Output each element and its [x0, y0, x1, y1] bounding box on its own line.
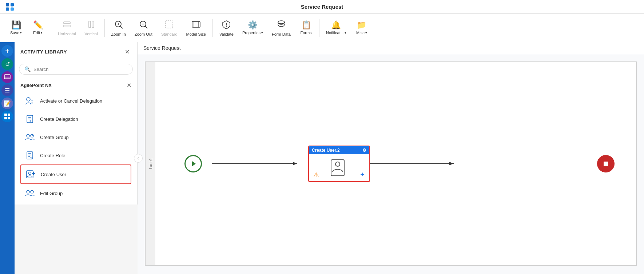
activity-node-header: Create User.2 ⚙: [309, 146, 369, 154]
edit-group-label: Edit Group: [40, 191, 63, 196]
activity-item-create-delegation[interactable]: Create Delegation: [20, 110, 131, 128]
toolbar-divider-4: [319, 19, 319, 37]
create-group-icon: [24, 131, 36, 143]
save-label: Save▾: [10, 31, 22, 35]
notifications-button[interactable]: 🔔 Notificat...▾: [322, 16, 350, 40]
lane-container: Lane1: [145, 61, 637, 266]
edit-label: Edit▾: [33, 31, 43, 35]
activity-item-create-group[interactable]: Create Group: [20, 128, 131, 146]
model-size-icon: [191, 20, 201, 31]
svg-rect-23: [8, 114, 10, 116]
zoom-in-button[interactable]: Zoom In: [108, 16, 130, 40]
section-close-button[interactable]: ✕: [127, 82, 131, 89]
sidebar-users-button[interactable]: [1, 71, 13, 83]
flow-end-event[interactable]: [597, 155, 615, 172]
sidebar-notes-button[interactable]: 📝: [1, 98, 13, 109]
create-role-label: Create Role: [40, 153, 65, 158]
form-data-button[interactable]: Form Data: [268, 16, 294, 40]
page-title: Service Request: [301, 4, 343, 10]
section-title: AgilePoint NX: [20, 83, 52, 88]
create-delegation-icon: [24, 113, 36, 125]
sidebar-refresh-button[interactable]: ↺: [1, 58, 13, 70]
zoom-out-button[interactable]: Zoom Out: [131, 16, 156, 40]
node-plus-icon: +: [360, 171, 364, 178]
activity-item-create-role[interactable]: Create Role: [20, 146, 131, 164]
canvas-area[interactable]: Service Request Lane1: [138, 42, 644, 274]
toolbar-divider-2: [104, 19, 105, 37]
flow-start-event[interactable]: [184, 155, 202, 172]
zoom-in-icon: [114, 20, 123, 31]
svg-point-50: [335, 162, 340, 166]
svg-rect-52: [604, 162, 608, 166]
model-size-button[interactable]: Model Size: [183, 16, 210, 40]
forms-button[interactable]: 📋 Forms: [296, 16, 316, 40]
activity-item-create-user[interactable]: Create User: [20, 164, 131, 184]
svg-marker-48: [192, 161, 196, 166]
section-header: AgilePoint NX ✕: [20, 82, 131, 89]
horizontal-label: Horizontal: [58, 32, 76, 36]
toolbar-divider-1: [51, 19, 51, 37]
svg-point-27: [32, 100, 33, 102]
activity-item-edit-group[interactable]: Edit Group: [20, 184, 131, 202]
app-icon: [6, 3, 14, 11]
sidebar-add-button[interactable]: +: [1, 45, 13, 57]
save-button[interactable]: 💾 Save▾: [6, 16, 26, 40]
search-input[interactable]: [33, 67, 127, 72]
activity-node-create-user[interactable]: Create User.2 ⚙: [308, 146, 370, 182]
activity-panel-close-button[interactable]: ✕: [123, 47, 131, 56]
activity-node-gear-icon[interactable]: ⚙: [362, 148, 366, 153]
properties-button[interactable]: ⚙️ Properties▾: [239, 16, 267, 40]
svg-rect-22: [4, 114, 7, 116]
create-group-label: Create Group: [40, 135, 69, 140]
create-user-icon: [25, 168, 36, 180]
forms-icon: 📋: [301, 21, 311, 29]
edit-group-icon: [24, 187, 36, 199]
activate-cancel-delegation-icon: [24, 95, 36, 107]
svg-point-44: [31, 190, 33, 193]
edit-icon: ✏️: [33, 21, 43, 29]
svg-rect-2: [89, 21, 91, 28]
toolbar: 💾 Save▾ ✏️ Edit▾ Horizontal Vertical: [0, 14, 644, 42]
search-icon: 🔍: [24, 66, 31, 72]
zoom-out-label: Zoom Out: [135, 32, 152, 36]
activity-panel: ACTIVITY LIBRARY ✕ 🔍 AgilePoint NX ✕: [15, 42, 138, 204]
svg-point-43: [27, 190, 29, 193]
svg-point-31: [27, 134, 29, 137]
horizontal-button: Horizontal: [54, 16, 80, 40]
activity-node-icon: [330, 158, 349, 177]
notifications-label: Notificat...▾: [326, 31, 346, 35]
search-box[interactable]: 🔍: [19, 64, 133, 75]
svg-rect-3: [92, 21, 94, 28]
lane-label: Lane1: [145, 62, 155, 265]
main-area: + ↺ ☰ 📝 ACTIVITY LIBRARY ✕: [0, 42, 644, 274]
misc-icon: 📁: [357, 21, 366, 29]
standard-label: Standard: [161, 32, 178, 36]
activity-item-activate-cancel-delegation[interactable]: Activate or Cancel Delegation: [20, 92, 131, 110]
edit-button[interactable]: ✏️ Edit▾: [28, 16, 48, 40]
vertical-label: Vertical: [85, 32, 98, 36]
activity-node-title: Create User.2: [312, 148, 340, 153]
standard-icon: [164, 20, 174, 31]
canvas-title: Service Request: [143, 45, 181, 51]
collapse-panel-button[interactable]: ‹: [134, 154, 143, 163]
forms-label: Forms: [300, 31, 311, 35]
model-size-label: Model Size: [186, 32, 206, 36]
save-icon: 💾: [11, 21, 21, 29]
vertical-button: Vertical: [81, 16, 102, 40]
svg-line-10: [145, 26, 147, 28]
node-warning-icon: ⚠: [313, 171, 319, 179]
svg-point-40: [29, 172, 31, 175]
horizontal-icon: [63, 20, 71, 30]
misc-button[interactable]: 📁 Misc▾: [351, 16, 372, 40]
activity-library-title: ACTIVITY LIBRARY: [20, 49, 67, 55]
svg-line-7: [120, 26, 123, 28]
sidebar-windows-button[interactable]: [1, 111, 13, 122]
vertical-icon: [87, 20, 96, 30]
validate-button[interactable]: Validate: [216, 16, 237, 40]
top-bar: Service Request: [0, 0, 644, 14]
sidebar-list-button[interactable]: ☰: [1, 84, 13, 96]
library-section: AgilePoint NX ✕ Activate or Cancel Deleg…: [15, 78, 137, 204]
create-role-icon: [24, 150, 36, 161]
svg-rect-35: [27, 152, 33, 159]
svg-point-16: [226, 26, 227, 27]
